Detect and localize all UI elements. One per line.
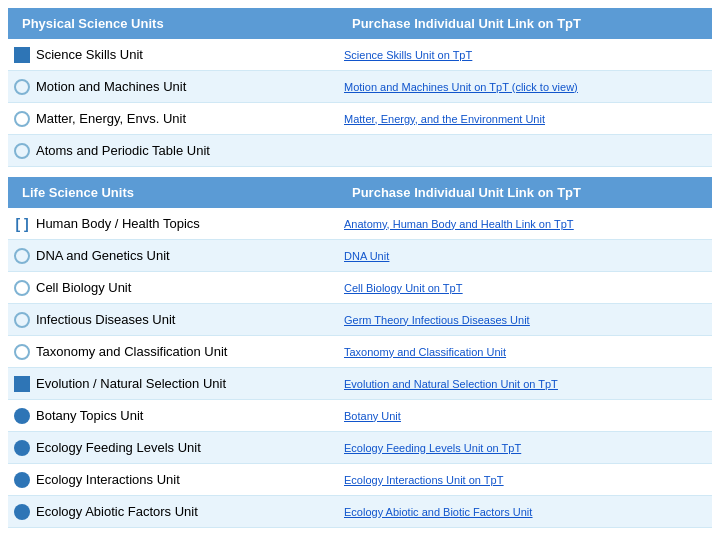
unit-purchase-link[interactable]: Germ Theory Infectious Diseases Unit bbox=[344, 314, 530, 326]
unit-link-cell[interactable]: Cell Biology Unit on TpT bbox=[338, 278, 712, 298]
unit-link-cell[interactable]: Anatomy, Human Body and Health Link on T… bbox=[338, 214, 712, 234]
unit-link-cell[interactable]: Botany Unit bbox=[338, 406, 712, 426]
physical-science-section: Physical Science Units Purchase Individu… bbox=[8, 8, 712, 167]
unit-name-label: Taxonomy and Classification Unit bbox=[36, 344, 227, 359]
unit-name-cell: [ ]Human Body / Health Topics bbox=[8, 212, 338, 236]
unit-purchase-link[interactable]: Botany Unit bbox=[344, 410, 401, 422]
circle-outline-icon bbox=[14, 280, 30, 296]
table-row: Infectious Diseases UnitGerm Theory Infe… bbox=[8, 304, 712, 336]
table-row: Ecology Interactions UnitEcology Interac… bbox=[8, 464, 712, 496]
unit-link-cell[interactable]: Evolution and Natural Selection Unit on … bbox=[338, 374, 712, 394]
unit-link-cell[interactable]: DNA Unit bbox=[338, 246, 712, 266]
unit-purchase-link[interactable]: Taxonomy and Classification Unit bbox=[344, 346, 506, 358]
square-icon bbox=[14, 376, 30, 392]
life-science-section: Life Science Units Purchase Individual U… bbox=[8, 177, 712, 528]
circle-icon bbox=[14, 472, 30, 488]
physical-header-link-col: Purchase Individual Unit Link on TpT bbox=[346, 12, 704, 35]
circle-outline-icon bbox=[14, 344, 30, 360]
table-row: Ecology Feeding Levels UnitEcology Feedi… bbox=[8, 432, 712, 464]
unit-purchase-link[interactable]: DNA Unit bbox=[344, 250, 389, 262]
unit-name-label: Ecology Abiotic Factors Unit bbox=[36, 504, 198, 519]
unit-name-label: Infectious Diseases Unit bbox=[36, 312, 175, 327]
unit-purchase-link[interactable]: Motion and Machines Unit on TpT (click t… bbox=[344, 81, 578, 93]
square-icon bbox=[14, 47, 30, 63]
unit-name-label: Ecology Feeding Levels Unit bbox=[36, 440, 201, 455]
unit-name-label: Motion and Machines Unit bbox=[36, 79, 186, 94]
page-wrapper: Physical Science Units Purchase Individu… bbox=[0, 0, 720, 536]
unit-purchase-link[interactable]: Cell Biology Unit on TpT bbox=[344, 282, 462, 294]
unit-name-cell: Botany Topics Unit bbox=[8, 404, 338, 428]
physical-section-header: Physical Science Units Purchase Individu… bbox=[8, 8, 712, 39]
unit-name-label: Atoms and Periodic Table Unit bbox=[36, 143, 210, 158]
unit-name-cell: Taxonomy and Classification Unit bbox=[8, 340, 338, 364]
circle-icon bbox=[14, 408, 30, 424]
unit-name-label: Matter, Energy, Envs. Unit bbox=[36, 111, 186, 126]
unit-link-cell[interactable]: Science Skills Unit on TpT bbox=[338, 45, 712, 65]
table-row: Matter, Energy, Envs. UnitMatter, Energy… bbox=[8, 103, 712, 135]
unit-name-label: Botany Topics Unit bbox=[36, 408, 143, 423]
unit-purchase-link[interactable]: Science Skills Unit on TpT bbox=[344, 49, 472, 61]
life-header-title: Life Science Units bbox=[16, 181, 346, 204]
unit-name-label: Ecology Interactions Unit bbox=[36, 472, 180, 487]
circle-outline-icon bbox=[14, 143, 30, 159]
unit-name-label: Human Body / Health Topics bbox=[36, 216, 200, 231]
unit-link-cell[interactable]: Ecology Abiotic and Biotic Factors Unit bbox=[338, 502, 712, 522]
table-row: DNA and Genetics UnitDNA Unit bbox=[8, 240, 712, 272]
unit-name-label: Cell Biology Unit bbox=[36, 280, 131, 295]
table-row: Cell Biology UnitCell Biology Unit on Tp… bbox=[8, 272, 712, 304]
unit-purchase-link[interactable]: Ecology Abiotic and Biotic Factors Unit bbox=[344, 506, 532, 518]
table-row: Taxonomy and Classification UnitTaxonomy… bbox=[8, 336, 712, 368]
unit-name-cell: Ecology Abiotic Factors Unit bbox=[8, 500, 338, 524]
unit-link-cell[interactable]: Ecology Interactions Unit on TpT bbox=[338, 470, 712, 490]
unit-name-cell: Infectious Diseases Unit bbox=[8, 308, 338, 332]
unit-link-cell[interactable]: Germ Theory Infectious Diseases Unit bbox=[338, 310, 712, 330]
unit-purchase-link[interactable]: Ecology Interactions Unit on TpT bbox=[344, 474, 503, 486]
unit-link-cell[interactable]: Motion and Machines Unit on TpT (click t… bbox=[338, 77, 712, 97]
unit-link-cell[interactable]: Ecology Feeding Levels Unit on TpT bbox=[338, 438, 712, 458]
table-row: Atoms and Periodic Table Unit bbox=[8, 135, 712, 167]
unit-link-cell[interactable]: Taxonomy and Classification Unit bbox=[338, 342, 712, 362]
unit-name-label: Evolution / Natural Selection Unit bbox=[36, 376, 226, 391]
physical-rows: Science Skills UnitScience Skills Unit o… bbox=[8, 39, 712, 167]
circle-outline-icon bbox=[14, 111, 30, 127]
life-header-link-col: Purchase Individual Unit Link on TpT bbox=[346, 181, 704, 204]
unit-purchase-link[interactable]: Matter, Energy, and the Environment Unit bbox=[344, 113, 545, 125]
unit-name-cell: Science Skills Unit bbox=[8, 43, 338, 67]
physical-header-title: Physical Science Units bbox=[16, 12, 346, 35]
table-row: [ ]Human Body / Health TopicsAnatomy, Hu… bbox=[8, 208, 712, 240]
table-row: Botany Topics UnitBotany Unit bbox=[8, 400, 712, 432]
unit-name-label: DNA and Genetics Unit bbox=[36, 248, 170, 263]
unit-link-cell[interactable]: Matter, Energy, and the Environment Unit bbox=[338, 109, 712, 129]
unit-name-cell: Evolution / Natural Selection Unit bbox=[8, 372, 338, 396]
bracket-icon: [ ] bbox=[14, 216, 30, 232]
life-rows: [ ]Human Body / Health TopicsAnatomy, Hu… bbox=[8, 208, 712, 528]
unit-name-cell: Ecology Feeding Levels Unit bbox=[8, 436, 338, 460]
unit-link-cell[interactable] bbox=[338, 147, 712, 155]
unit-name-cell: Cell Biology Unit bbox=[8, 276, 338, 300]
unit-name-cell: Ecology Interactions Unit bbox=[8, 468, 338, 492]
unit-purchase-link[interactable]: Evolution and Natural Selection Unit on … bbox=[344, 378, 558, 390]
unit-purchase-link[interactable]: Ecology Feeding Levels Unit on TpT bbox=[344, 442, 521, 454]
table-row: Evolution / Natural Selection UnitEvolut… bbox=[8, 368, 712, 400]
table-row: Ecology Abiotic Factors UnitEcology Abio… bbox=[8, 496, 712, 528]
unit-name-label: Science Skills Unit bbox=[36, 47, 143, 62]
circle-outline-icon bbox=[14, 248, 30, 264]
circle-icon bbox=[14, 504, 30, 520]
table-row: Science Skills UnitScience Skills Unit o… bbox=[8, 39, 712, 71]
unit-name-cell: Atoms and Periodic Table Unit bbox=[8, 139, 338, 163]
unit-name-cell: Matter, Energy, Envs. Unit bbox=[8, 107, 338, 131]
table-row: Motion and Machines UnitMotion and Machi… bbox=[8, 71, 712, 103]
life-section-header: Life Science Units Purchase Individual U… bbox=[8, 177, 712, 208]
circle-outline-icon bbox=[14, 312, 30, 328]
circle-icon bbox=[14, 440, 30, 456]
unit-name-cell: Motion and Machines Unit bbox=[8, 75, 338, 99]
unit-name-cell: DNA and Genetics Unit bbox=[8, 244, 338, 268]
unit-purchase-link[interactable]: Anatomy, Human Body and Health Link on T… bbox=[344, 218, 574, 230]
circle-outline-icon bbox=[14, 79, 30, 95]
